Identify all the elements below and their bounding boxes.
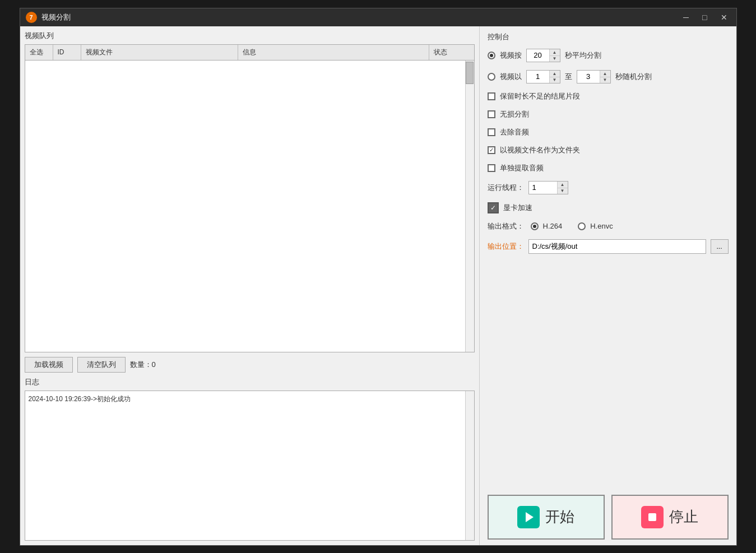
table-header: 全选 ID 视频文件 信息 状态: [25, 45, 474, 61]
split-rand-from-spinbox[interactable]: ▲ ▼: [526, 70, 560, 83]
keep-tail-checkbox[interactable]: [488, 92, 495, 100]
col-header-file: 视频文件: [81, 45, 238, 60]
split-rand-from-up[interactable]: ▲: [550, 71, 560, 77]
threads-label: 运行线程：: [488, 183, 524, 193]
window-title: 视频分割: [41, 12, 680, 22]
split-rand-from-arrows: ▲ ▼: [549, 71, 560, 83]
gpu-accel-label: 显卡加速: [503, 203, 532, 213]
log-scrollbar[interactable]: [465, 391, 474, 540]
h264-label: H.264: [543, 222, 563, 230]
extract-audio-label: 单独提取音频: [500, 163, 544, 173]
remove-audio-checkbox[interactable]: [488, 128, 495, 136]
count-label: 数量：0: [130, 360, 156, 370]
title-bar: 7 视频分割 ─ □ ✕: [20, 8, 736, 26]
stop-icon: [641, 506, 664, 528]
split-avg-spinbox[interactable]: ▲ ▼: [526, 49, 560, 62]
window-controls: ─ □ ✕: [680, 12, 730, 23]
keep-tail-row: 保留时长不足的结尾片段: [488, 91, 729, 101]
split-avg-radio[interactable]: [488, 52, 495, 59]
hevc-label: H.envc: [590, 222, 613, 230]
split-rand-to-spinbox[interactable]: ▲ ▼: [577, 70, 611, 83]
h264-radio[interactable]: [531, 222, 539, 230]
play-icon: [517, 506, 540, 528]
split-avg-unit: 秒平均分割: [565, 50, 601, 61]
stop-label: 停止: [669, 507, 698, 527]
split-avg-row: 视频按 ▲ ▼ 秒平均分割: [488, 49, 729, 62]
output-format-label: 输出格式：: [488, 221, 524, 231]
split-rand-to-up[interactable]: ▲: [600, 71, 610, 77]
main-content: 视频队列 全选 ID 视频文件 信息 状态: [20, 26, 736, 545]
remove-audio-row: 去除音频: [488, 127, 729, 137]
gpu-accel-checkbox[interactable]: [488, 202, 499, 213]
remove-audio-label: 去除音频: [500, 127, 529, 137]
threads-arrows: ▲ ▼: [557, 182, 568, 194]
hevc-radio[interactable]: [578, 222, 586, 230]
extract-audio-row: 单独提取音频: [488, 163, 729, 173]
action-buttons: 开始 停止: [488, 486, 729, 540]
split-avg-arrows: ▲ ▼: [549, 49, 560, 62]
threads-row: 运行线程： ▲ ▼: [488, 181, 729, 194]
start-button[interactable]: 开始: [488, 495, 605, 540]
split-rand-unit: 秒随机分割: [615, 72, 652, 82]
lossless-row: 无损分割: [488, 109, 729, 119]
output-path-row: 输出位置： ...: [488, 239, 729, 254]
output-format-row: 输出格式： H.264 H.envc: [488, 221, 729, 231]
extract-audio-checkbox[interactable]: [488, 164, 495, 172]
clear-queue-button[interactable]: 清空队列: [77, 357, 126, 373]
use-filename-label: 以视频文件名作为文件夹: [500, 145, 580, 155]
browse-button[interactable]: ...: [711, 239, 729, 254]
log-entry: 2024-10-10 19:26:39->初始化成功: [29, 394, 471, 404]
keep-tail-label: 保留时长不足的结尾片段: [500, 91, 580, 101]
col-header-select: 全选: [25, 45, 53, 60]
queue-section-title: 视频队列: [25, 31, 475, 41]
start-label: 开始: [545, 507, 574, 527]
app-icon: 7: [26, 12, 37, 23]
threads-up[interactable]: ▲: [558, 182, 568, 188]
control-section-title: 控制台: [488, 32, 729, 42]
use-filename-checkbox[interactable]: [488, 146, 495, 154]
output-path-label: 输出位置：: [488, 241, 524, 252]
col-header-id: ID: [53, 45, 81, 60]
maximize-button[interactable]: □: [699, 12, 710, 23]
split-rand-row: 视频以 ▲ ▼ 至 ▲ ▼ 秒随机分割: [488, 70, 729, 83]
right-panel: 控制台 视频按 ▲ ▼ 秒平均分割 视频以: [480, 26, 736, 545]
main-window: 7 视频分割 ─ □ ✕ 视频队列 全选 ID 视频文件 信息 状态: [20, 8, 737, 546]
threads-down[interactable]: ▼: [558, 188, 568, 194]
video-table: 全选 ID 视频文件 信息 状态: [25, 44, 475, 352]
split-rand-radio[interactable]: [488, 73, 495, 81]
left-panel: 视频队列 全选 ID 视频文件 信息 状态: [20, 26, 480, 545]
split-avg-up[interactable]: ▲: [550, 49, 560, 55]
queue-controls: 加载视频 清空队列 数量：0: [25, 352, 475, 373]
video-queue-section: 视频队列 全选 ID 视频文件 信息 状态: [25, 31, 475, 373]
split-rand-from-input[interactable]: [527, 72, 549, 81]
col-header-status: 状态: [429, 45, 474, 60]
scrollbar-thumb[interactable]: [466, 62, 474, 84]
lossless-label: 无损分割: [500, 109, 529, 119]
use-filename-row: 以视频文件名作为文件夹: [488, 145, 729, 155]
col-header-info: 信息: [238, 45, 429, 60]
output-path-input[interactable]: [528, 239, 706, 254]
split-avg-down[interactable]: ▼: [550, 55, 560, 62]
lossless-checkbox[interactable]: [488, 110, 495, 118]
split-rand-sep: 至: [565, 72, 572, 82]
log-box: 2024-10-10 19:26:39->初始化成功: [25, 391, 475, 541]
stop-button[interactable]: 停止: [611, 495, 729, 540]
log-title: 日志: [25, 377, 475, 387]
table-scrollbar[interactable]: [465, 61, 474, 352]
split-rand-to-input[interactable]: [577, 72, 600, 81]
table-body: [25, 61, 474, 352]
split-rand-to-down[interactable]: ▼: [600, 77, 610, 83]
minimize-button[interactable]: ─: [680, 12, 692, 23]
split-rand-label: 视频以: [500, 72, 522, 82]
split-rand-from-down[interactable]: ▼: [550, 77, 560, 83]
split-avg-input[interactable]: [527, 51, 549, 59]
threads-input[interactable]: [529, 183, 557, 192]
threads-spinbox[interactable]: ▲ ▼: [528, 181, 568, 194]
split-rand-to-arrows: ▲ ▼: [600, 71, 610, 83]
close-button[interactable]: ✕: [717, 12, 731, 23]
gpu-accel-row: 显卡加速: [488, 202, 729, 213]
split-avg-label: 视频按: [500, 50, 522, 61]
log-section: 日志 2024-10-10 19:26:39->初始化成功: [25, 377, 475, 541]
load-video-button[interactable]: 加载视频: [25, 357, 73, 373]
